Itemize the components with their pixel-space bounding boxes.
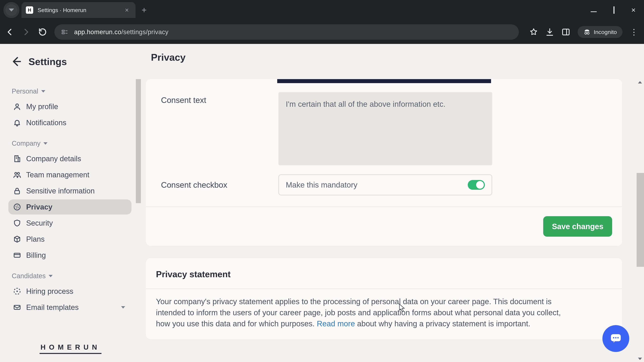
sidebar: Personal My profile Notifications — [0, 79, 141, 362]
incognito-icon — [583, 28, 591, 36]
consent-text-input[interactable] — [278, 92, 492, 165]
svg-point-21 — [18, 207, 18, 208]
svg-point-28 — [613, 337, 614, 338]
sidebar-item-email-templates[interactable]: Email templates — [8, 300, 132, 315]
sidebar-item-my-profile[interactable]: My profile — [8, 99, 132, 114]
user-icon — [13, 103, 21, 111]
site-info-icon[interactable] — [61, 28, 68, 36]
sidebar-item-company-details[interactable]: Company details — [8, 151, 132, 166]
svg-rect-26 — [14, 305, 20, 309]
chat-icon — [609, 332, 622, 345]
new-tab-button[interactable]: + — [142, 6, 146, 14]
incognito-label: Incognito — [594, 29, 617, 35]
tab-close-button[interactable]: × — [125, 7, 129, 13]
consent-mandatory-label: Make this mandatory — [286, 180, 358, 189]
sidebar-item-label: Privacy — [26, 203, 52, 211]
privacy-statement-body: Your company's privacy statement applies… — [146, 289, 585, 339]
back-arrow-button[interactable] — [10, 56, 22, 67]
sidebar-item-label: Plans — [26, 235, 44, 243]
scroll-down-arrow-icon[interactable] — [638, 358, 642, 360]
window-controls: × — [591, 6, 644, 14]
privacy-statement-read-more-link[interactable]: Read more — [317, 319, 355, 328]
svg-rect-16 — [15, 191, 20, 194]
favicon-icon: H — [26, 6, 33, 14]
sidebar-item-security[interactable]: Security — [8, 216, 132, 231]
page-scrollbar[interactable] — [636, 79, 644, 362]
chrome-menu-button[interactable]: ⋮ — [630, 27, 639, 37]
sidebar-item-team-management[interactable]: Team management — [8, 167, 132, 182]
svg-point-9 — [16, 104, 18, 107]
window-minimize-button[interactable] — [591, 7, 597, 13]
chevron-down-icon — [121, 306, 125, 309]
window-close-button[interactable]: × — [631, 6, 636, 14]
side-panel-button[interactable] — [562, 28, 570, 36]
sidebar-item-billing[interactable]: Billing — [8, 248, 132, 263]
window-maximize-button[interactable] — [614, 7, 614, 13]
svg-point-20 — [16, 207, 17, 209]
chevron-down-icon — [41, 90, 45, 92]
app-root: Settings Privacy Personal My profile — [0, 44, 644, 362]
sidebar-item-label: My profile — [26, 102, 58, 111]
consent-mandatory-control: Make this mandatory — [278, 174, 492, 195]
svg-point-25 — [16, 291, 18, 292]
save-changes-button[interactable]: Save changes — [543, 216, 612, 237]
bookmark-star-button[interactable] — [529, 28, 538, 36]
sidebar-item-hiring-process[interactable]: Hiring process — [8, 284, 132, 299]
sidebar-group-candidates[interactable]: Candidates — [12, 270, 141, 283]
sidebar-item-label: Security — [26, 219, 53, 227]
settings-header: Settings — [0, 44, 644, 79]
incognito-indicator[interactable]: Incognito — [578, 26, 622, 38]
scroll-up-arrow-icon[interactable] — [638, 81, 642, 83]
browser-chrome: H Settings · Homerun × + × — [0, 0, 644, 44]
reload-button[interactable] — [38, 27, 47, 37]
main-content: Consent text Consent checkbox Make this … — [141, 79, 644, 362]
chevron-down-icon — [9, 8, 14, 11]
cube-icon — [13, 235, 21, 243]
sidebar-item-privacy[interactable]: Privacy — [8, 199, 132, 215]
sidebar-item-label: Company details — [26, 155, 81, 163]
svg-rect-11 — [18, 158, 20, 162]
svg-point-7 — [587, 32, 589, 34]
homerun-logo[interactable]: HOMERUN — [40, 343, 102, 354]
sidebar-group-company[interactable]: Company — [12, 137, 141, 150]
privacy-statement-heading: Privacy statement — [146, 258, 622, 289]
chat-widget-button[interactable] — [602, 325, 629, 352]
cookie-icon — [13, 203, 21, 211]
sidebar-group-personal[interactable]: Personal — [12, 85, 141, 98]
address-bar-row: app.homerun.co/settings/privacy Incog — [0, 20, 644, 44]
consent-mandatory-toggle[interactable] — [468, 180, 485, 190]
sidebar-item-notifications[interactable]: Notifications — [8, 115, 132, 130]
shield-icon — [13, 219, 21, 227]
svg-point-19 — [17, 205, 18, 206]
tabs-dropdown-button[interactable] — [3, 2, 20, 18]
svg-rect-1 — [62, 33, 64, 34]
consent-card: Consent text Consent checkbox Make this … — [146, 79, 622, 246]
sidebar-item-label: Sensitive information — [26, 187, 94, 195]
privacy-statement-card: Privacy statement Your company's privacy… — [146, 258, 622, 339]
tab-settings-homerun[interactable]: H Settings · Homerun × — [22, 2, 136, 18]
consent-text-label: Consent text — [161, 92, 265, 165]
sidebar-scrollbar[interactable] — [136, 79, 141, 215]
settings-title: Settings — [28, 56, 67, 67]
consent-checkbox-label: Consent checkbox — [161, 180, 265, 190]
toolbar-right: Incognito ⋮ — [529, 26, 639, 38]
sidebar-item-label: Team management — [26, 171, 90, 179]
chevron-down-icon — [49, 275, 53, 277]
downloads-button[interactable] — [546, 28, 554, 36]
sidebar-item-label: Billing — [26, 251, 46, 259]
svg-point-14 — [15, 172, 17, 174]
svg-rect-22 — [14, 253, 20, 257]
svg-rect-4 — [563, 29, 569, 35]
card-icon — [13, 251, 21, 259]
page-title: Privacy — [151, 52, 186, 63]
svg-point-30 — [617, 337, 619, 338]
mail-icon — [13, 303, 21, 311]
svg-point-6 — [585, 32, 587, 34]
sidebar-item-plans[interactable]: Plans — [8, 232, 132, 247]
lock-icon — [13, 187, 21, 195]
nav-back-button[interactable] — [5, 27, 14, 37]
sidebar-item-sensitive-information[interactable]: Sensitive information — [8, 183, 132, 198]
sidebar-item-label: Notifications — [26, 118, 66, 127]
address-bar[interactable]: app.homerun.co/settings/privacy — [54, 24, 519, 40]
nav-forward-button[interactable] — [22, 27, 31, 37]
